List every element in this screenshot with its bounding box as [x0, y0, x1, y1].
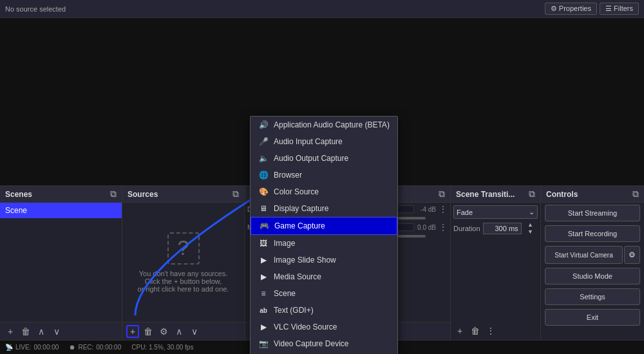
- properties-button[interactable]: ⚙ Properties: [545, 3, 597, 15]
- audio-output-icon: 🔈: [258, 153, 269, 163]
- rec-label: REC:: [78, 344, 93, 351]
- audio-mic-db: 0.0 dB: [417, 224, 436, 231]
- browser-icon: 🌐: [258, 170, 269, 180]
- sources-expand-icon[interactable]: ⧉: [232, 189, 239, 200]
- image-icon: 🖼: [258, 238, 269, 248]
- sources-content: ? You don't have any sources.Click the +…: [122, 203, 244, 322]
- controls-expand-icon[interactable]: ⧉: [632, 189, 639, 200]
- no-source-bar: No source selected ⚙ Properties ☰ Filter…: [0, 0, 644, 18]
- scene-icon: ≡: [258, 288, 269, 299]
- audio-input-icon: 🎤: [258, 136, 269, 147]
- cpu-status: CPU: 1.5%, 30.00 fps: [131, 344, 193, 351]
- dropdown-item-text[interactable]: ab Text (GDI+): [251, 302, 397, 319]
- dropdown-item-scene-label: Scene: [274, 289, 296, 298]
- sources-toolbar: + 🗑 ⚙ ∧ ∨: [122, 322, 244, 340]
- sources-add-btn[interactable]: +: [126, 325, 139, 338]
- virtual-camera-settings-btn[interactable]: ⚙: [624, 246, 640, 264]
- cpu-label: CPU: 1.5%, 30.00 fps: [131, 344, 193, 351]
- dropdown-item-game[interactable]: 🎮 Game Capture: [251, 217, 397, 235]
- scenes-title: Scenes: [5, 190, 32, 199]
- app-audio-icon: 🔊: [258, 120, 269, 130]
- scenes-down-btn[interactable]: ∨: [50, 325, 63, 338]
- scenes-add-btn[interactable]: +: [4, 325, 17, 338]
- transitions-more-btn[interactable]: ⋮: [484, 324, 497, 337]
- dropdown-item-color[interactable]: 🎨 Color Source: [251, 183, 397, 200]
- media-source-icon: ▶: [258, 272, 269, 282]
- dropdown-item-image-label: Image: [274, 239, 295, 248]
- transitions-add-btn[interactable]: +: [453, 324, 466, 337]
- dropdown-item-app-audio-label: Application Audio Capture (BETA): [274, 120, 390, 129]
- start-recording-button[interactable]: Start Recording: [545, 225, 640, 242]
- dropdown-item-audio-input-label: Audio Input Capture: [274, 137, 343, 146]
- live-status: 📡 LIVE: 00:00:00: [5, 344, 59, 351]
- transitions-header: Scene Transiti... ⧉: [451, 186, 540, 203]
- audio-desktop-menu[interactable]: ⋮: [439, 204, 448, 214]
- settings-button[interactable]: Settings: [545, 288, 640, 305]
- sources-empty-state: ? You don't have any sources.Click the +…: [122, 203, 244, 322]
- rec-status: ⏺ REC: 00:00:00: [69, 344, 121, 351]
- dropdown-item-image[interactable]: 🖼 Image: [251, 235, 397, 252]
- dropdown-item-slideshow[interactable]: ▶ Image Slide Show: [251, 252, 397, 268]
- dropdown-item-display[interactable]: 🖥 Display Capture: [251, 200, 397, 217]
- dropdown-item-video-label: Video Capture Device: [274, 339, 349, 348]
- start-virtual-camera-button[interactable]: Start Virtual Camera: [545, 246, 623, 264]
- duration-up-btn[interactable]: ▲: [524, 221, 537, 228]
- sources-header: Sources ⧉: [122, 186, 244, 203]
- controls-panel: Controls ⧉ Start Streaming Start Recordi…: [541, 186, 644, 340]
- audio-desktop-db: -4 dB: [417, 206, 436, 213]
- dropdown-item-vlc-label: VLC Video Source: [274, 322, 337, 331]
- scenes-remove-btn[interactable]: 🗑: [19, 325, 32, 338]
- scenes-panel: Scenes ⧉ Scene + 🗑 ∧ ∨: [0, 186, 122, 340]
- dropdown-item-media[interactable]: ▶ Media Source: [251, 268, 397, 285]
- scenes-expand-icon[interactable]: ⧉: [110, 189, 117, 200]
- dropdown-item-text-label: Text (GDI+): [274, 306, 314, 315]
- sources-title: Sources: [128, 190, 158, 199]
- dropdown-item-display-label: Display Capture: [274, 204, 328, 213]
- duration-row: Duration ▲ ▼: [453, 221, 538, 235]
- scenes-content: Scene: [0, 203, 122, 322]
- transition-type-value: Fade: [457, 209, 473, 216]
- transitions-panel: Scene Transiti... ⧉ Fade ⌄ Duration: [451, 186, 541, 340]
- sources-empty-icon: ?: [167, 232, 200, 265]
- transitions-title: Scene Transiti...: [456, 190, 515, 199]
- scenes-up-btn[interactable]: ∧: [35, 325, 48, 338]
- exit-button[interactable]: Exit: [545, 309, 640, 326]
- sources-settings-btn[interactable]: ⚙: [157, 325, 170, 338]
- dropdown-item-game-label: Game Capture: [274, 221, 325, 230]
- dropdown-item-audio-output[interactable]: 🔈 Audio Output Capture: [251, 150, 397, 167]
- dropdown-item-slideshow-label: Image Slide Show: [274, 256, 336, 265]
- duration-down-btn[interactable]: ▼: [524, 228, 537, 235]
- dropdown-item-color-label: Color Source: [274, 187, 319, 196]
- color-source-icon: 🎨: [258, 187, 269, 197]
- audio-expand-icon[interactable]: ⧉: [439, 189, 445, 200]
- transitions-content: Fade ⌄ Duration ▲ ▼: [451, 203, 540, 322]
- controls-title: Controls: [546, 190, 578, 199]
- sources-down-btn[interactable]: ∨: [188, 325, 201, 338]
- controls-header: Controls ⧉: [541, 186, 644, 203]
- text-gdi-icon: ab: [258, 305, 269, 315]
- dropdown-item-scene[interactable]: ≡ Scene: [251, 285, 397, 302]
- rec-time: 00:00:00: [96, 344, 121, 351]
- transition-chevron: ⌄: [529, 208, 535, 216]
- duration-input[interactable]: [483, 223, 522, 234]
- start-streaming-button[interactable]: Start Streaming: [545, 205, 640, 221]
- live-label: LIVE:: [15, 344, 31, 351]
- transitions-expand-icon[interactable]: ⧉: [529, 189, 535, 200]
- sources-up-btn[interactable]: ∧: [173, 325, 185, 338]
- transition-type-select[interactable]: Fade ⌄: [453, 205, 538, 219]
- dropdown-item-vlc[interactable]: ▶ VLC Video Source: [251, 319, 397, 335]
- studio-mode-button[interactable]: Studio Mode: [545, 268, 640, 284]
- sources-remove-btn[interactable]: 🗑: [142, 325, 155, 338]
- dropdown-item-video[interactable]: 📷 Video Capture Device: [251, 335, 397, 352]
- transitions-inner: Fade ⌄ Duration ▲ ▼: [451, 203, 540, 238]
- dropdown-item-app-audio[interactable]: 🔊 Application Audio Capture (BETA): [251, 116, 397, 133]
- filters-button[interactable]: ☰ Filters: [600, 3, 639, 15]
- dropdown-item-media-label: Media Source: [274, 272, 321, 281]
- transitions-remove-btn[interactable]: 🗑: [469, 324, 482, 337]
- dropdown-item-audio-input[interactable]: 🎤 Audio Input Capture: [251, 133, 397, 150]
- live-icon: 📡: [5, 344, 13, 351]
- scene-item[interactable]: Scene: [0, 203, 122, 218]
- dropdown-item-browser[interactable]: 🌐 Browser: [251, 167, 397, 183]
- audio-mic-menu[interactable]: ⋮: [439, 222, 448, 232]
- video-capture-icon: 📷: [258, 339, 269, 349]
